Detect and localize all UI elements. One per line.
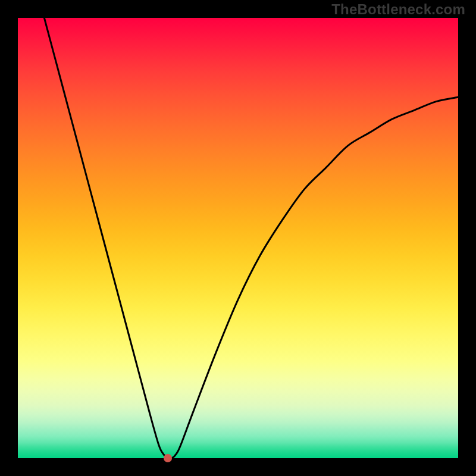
watermark-text: TheBottleneck.com <box>331 1 465 18</box>
chart-plot-area <box>18 18 458 458</box>
bottleneck-curve <box>18 18 458 458</box>
chart-frame: TheBottleneck.com <box>0 0 476 476</box>
optimum-marker <box>164 454 172 462</box>
